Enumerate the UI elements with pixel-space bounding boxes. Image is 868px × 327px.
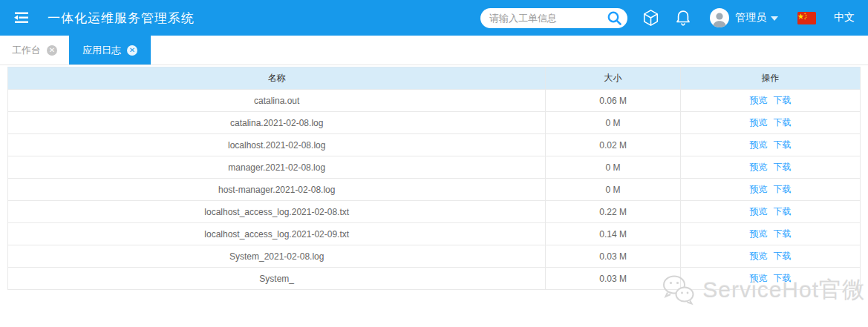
column-header-operations: 操作 [680,67,860,90]
log-file-operations: 预览下载 [680,245,860,268]
table-row: catalina.out0.06 M预览下载 [8,90,861,112]
app-header: 一体化运维服务管理系统 [0,0,868,36]
workorder-search [480,8,627,28]
log-file-size: 0.06 M [546,90,680,112]
log-file-operations: 预览下载 [680,223,860,245]
log-file-operations: 预览下载 [680,90,860,112]
log-file-size: 0 M [546,156,680,179]
log-file-name: catalina.out [8,90,546,112]
tab-bar: 工作台 ✕ 应用日志 ✕ [0,36,868,65]
column-header-size: 大小 [546,67,680,90]
menu-collapse-icon[interactable] [12,10,31,26]
download-link[interactable]: 下载 [773,95,791,105]
tab-workbench[interactable]: 工作台 ✕ [0,36,69,65]
table-row: catalina.2021-02-08.log0 M预览下载 [8,112,861,134]
user-dropdown-caret-icon[interactable] [771,16,778,21]
tab-close-icon[interactable]: ✕ [127,45,137,56]
table-row: manager.2021-02-08.log0 M预览下载 [8,156,861,179]
download-link[interactable]: 下载 [773,117,791,128]
tab-label: 工作台 [12,44,41,57]
preview-link[interactable]: 预览 [749,117,767,128]
log-file-name: manager.2021-02-08.log [8,156,546,179]
download-link[interactable]: 下载 [773,162,791,172]
table-row: localhost_access_log.2021-02-09.txt0.14 … [8,223,861,245]
log-file-name: localhost_access_log.2021-02-08.txt [8,201,546,223]
log-table-container: 名称 大小 操作 catalina.out0.06 M预览下载catalina.… [7,67,861,290]
search-icon[interactable] [607,10,622,26]
preview-link[interactable]: 预览 [749,206,767,217]
log-file-name: localhost_access_log.2021-02-09.txt [8,223,546,245]
app-title: 一体化运维服务管理系统 [48,10,195,27]
table-row: host-manager.2021-02-08.log0 M预览下载 [8,179,861,201]
preview-link[interactable]: 预览 [749,95,767,105]
table-header-row: 名称 大小 操作 [8,67,861,90]
log-file-name: System_ [8,268,546,290]
cube-icon[interactable] [642,9,659,27]
search-input[interactable] [480,8,627,28]
log-file-name: host-manager.2021-02-08.log [8,179,546,201]
user-name[interactable]: 管理员 [735,11,766,24]
china-flag-icon [797,12,816,24]
log-file-size: 0.22 M [546,201,680,223]
log-table: 名称 大小 操作 catalina.out0.06 M预览下载catalina.… [7,67,861,290]
log-file-name: catalina.2021-02-08.log [8,112,546,134]
log-file-operations: 预览下载 [680,201,860,223]
tab-close-icon[interactable]: ✕ [47,45,57,56]
download-link[interactable]: 下载 [773,139,791,150]
preview-link[interactable]: 预览 [749,139,767,150]
preview-link[interactable]: 预览 [749,251,767,261]
page: 一体化运维服务管理系统 [0,0,868,327]
notification-bell-icon[interactable] [676,10,691,27]
preview-link[interactable]: 预览 [749,273,767,283]
tab-label: 应用日志 [82,44,121,57]
table-row: System_2021-02-08.log0.03 M预览下载 [8,245,861,268]
download-link[interactable]: 下载 [773,251,791,261]
download-link[interactable]: 下载 [773,228,791,239]
log-file-size: 0.03 M [546,245,680,268]
language-selector[interactable]: 中文 [834,11,855,24]
user-avatar[interactable] [710,8,729,27]
column-header-name: 名称 [8,67,546,90]
table-row: localhost_access_log.2021-02-08.txt0.22 … [8,201,861,223]
log-file-operations: 预览下载 [680,156,860,179]
log-file-operations: 预览下载 [680,134,860,156]
table-row: System_0.03 M预览下载 [8,268,861,290]
log-table-body: catalina.out0.06 M预览下载catalina.2021-02-0… [8,90,861,290]
log-file-size: 0.03 M [546,268,680,290]
download-link[interactable]: 下载 [773,184,791,194]
log-file-operations: 预览下载 [680,179,860,201]
download-link[interactable]: 下载 [773,206,791,217]
preview-link[interactable]: 预览 [749,184,767,194]
table-row: localhost.2021-02-08.log0.02 M预览下载 [8,134,861,156]
log-file-size: 0.14 M [546,223,680,245]
tab-application-logs[interactable]: 应用日志 ✕ [69,36,151,65]
log-file-operations: 预览下载 [680,112,860,134]
preview-link[interactable]: 预览 [749,228,767,239]
log-file-name: System_2021-02-08.log [8,245,546,268]
download-link[interactable]: 下载 [773,273,791,283]
log-file-size: 0.02 M [546,134,680,156]
log-file-size: 0 M [546,112,680,134]
preview-link[interactable]: 预览 [749,162,767,172]
log-file-operations: 预览下载 [680,268,860,290]
log-file-name: localhost.2021-02-08.log [8,134,546,156]
log-file-size: 0 M [546,179,680,201]
